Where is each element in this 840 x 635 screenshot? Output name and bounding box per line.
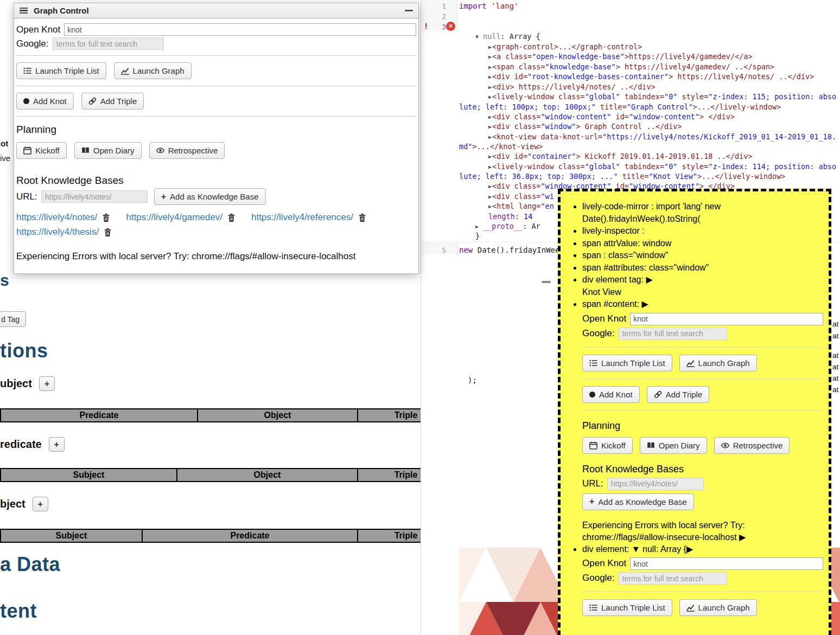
url-label: URL: (16, 191, 37, 202)
trash-icon[interactable] (359, 214, 366, 222)
add-tag-button[interactable]: d Tag (0, 311, 26, 327)
add-triple-button[interactable]: Add Triple (647, 386, 710, 403)
chart-icon (686, 604, 695, 612)
clipped-heading-fragment: s (0, 271, 9, 290)
chart-icon (686, 359, 695, 367)
subject-object-table: Subject Object Triple (0, 468, 455, 482)
add-knowledge-base-button[interactable]: + Add as Knowledge Base (154, 188, 266, 205)
clipped-heading-content: tent (0, 600, 37, 623)
circle-icon (589, 392, 595, 397)
launch-triple-list-button[interactable]: Launch Triple List (582, 599, 672, 616)
launch-graph-button[interactable]: Launch Graph (679, 355, 757, 371)
code-close-paren[interactable]: ); (468, 375, 477, 386)
inspector-tree-line[interactable]: ▶<div id="container"> Kickoff 2019.01.14… (421, 151, 840, 162)
probe-item-div-tag[interactable]: div element tag: ▶ Knot View (582, 274, 823, 298)
divider (16, 116, 416, 117)
kb-url-input[interactable] (607, 478, 704, 490)
probe-item-div-element[interactable]: div element: ▼ null: Array {▶ Open Knot … (582, 543, 823, 617)
trash-icon[interactable] (228, 214, 235, 222)
inspector-tree-line[interactable]: ▼ null: Array { (421, 31, 840, 42)
clipped-text-fragment: at (832, 386, 838, 394)
link-icon (654, 390, 662, 399)
window-title: Graph Control (34, 6, 405, 15)
object-heading: bject (0, 498, 26, 510)
clipped-text-fragment: at (832, 351, 838, 360)
google-search-input[interactable] (53, 37, 164, 50)
kb-link-notes[interactable]: https://lively4/notes/ (16, 212, 97, 223)
inspector-tree-line[interactable]: ▶<div class="window-content" id="window-… (421, 112, 840, 122)
clipped-heading-metadata: a Data (0, 553, 60, 576)
code-line-1[interactable]: import 'lang' (459, 1, 519, 11)
kb-link-gamedev[interactable]: https://lively4/gamedev/ (126, 212, 222, 223)
kickoff-button[interactable]: Kickoff (16, 142, 67, 159)
open-knot-input[interactable] (64, 23, 416, 36)
window-titlebar[interactable]: Graph Control (14, 3, 418, 18)
add-predicate-button[interactable]: + (49, 437, 65, 452)
inspector-tree-line[interactable]: ▶<div id="root-knowledge-bases-container… (421, 72, 840, 82)
launch-triple-list-button[interactable]: Launch Triple List (16, 62, 106, 79)
open-diary-button[interactable]: Open Diary (74, 142, 142, 159)
predicate-heading: redicate (0, 438, 42, 451)
planning-heading: Planning (582, 420, 823, 432)
inspector-tree-line[interactable]: ▶<graph-control>...</graph-control> (421, 42, 840, 52)
line-number: 2 (421, 11, 446, 22)
probe-item-code-mirror: lively-code-mirror : import 'lang' new D… (582, 201, 823, 225)
add-knot-button[interactable]: Add Knot (582, 386, 640, 403)
retrospective-button[interactable]: Retrospective (714, 437, 790, 454)
error-gutter-mark: ! (424, 22, 428, 30)
kickoff-button[interactable]: Kickoff (582, 437, 633, 454)
open-knot-input[interactable] (630, 557, 823, 570)
kb-url-input[interactable] (41, 190, 148, 203)
add-object-button[interactable]: + (33, 497, 48, 511)
knowledge-base-link-item: https://lively4/notes/ (16, 212, 110, 223)
open-knot-input[interactable] (630, 313, 823, 325)
add-triple-button[interactable]: Add Triple (81, 93, 144, 110)
probe-overlay: lively-code-mirror : import 'lang' new D… (558, 189, 831, 635)
inspector-tree-line[interactable]: ▶<a class="open-knowledge-base">https://… (421, 52, 840, 62)
graph-control-window: Graph Control Open Knot Google: Launch T… (14, 3, 419, 274)
launch-triple-list-button[interactable]: Launch Triple List (582, 355, 672, 371)
object-section-row: bject + (0, 497, 48, 511)
clipped-text-fragment: ive (0, 153, 10, 163)
list-icon (589, 604, 597, 612)
eye-icon (721, 441, 729, 450)
knowledge-base-link-item: https://lively4/references/ (251, 212, 366, 223)
list-icon (23, 67, 31, 75)
kb-link-references[interactable]: https://lively4/references/ (251, 212, 353, 223)
inspector-tree-line[interactable]: ▶<lively-window class="global" tabindex=… (421, 92, 840, 112)
google-search-input[interactable] (619, 328, 727, 340)
google-search-input[interactable] (619, 572, 727, 585)
trash-icon[interactable] (104, 228, 111, 236)
open-diary-button[interactable]: Open Diary (640, 437, 707, 454)
launch-graph-button[interactable]: Launch Graph (114, 62, 192, 79)
inspector-tree-line[interactable]: ▶<lively-window class="global" tabindex=… (421, 162, 840, 182)
trash-icon[interactable] (103, 214, 110, 222)
inspector-tree-line[interactable]: ▶<div class="window"> Graph Control ..</… (421, 121, 840, 132)
kb-link-thesis[interactable]: https://lively4/thesis/ (16, 227, 99, 238)
add-knowledge-base-button[interactable]: + Add as Knowledge Base (582, 493, 694, 510)
inspector-tree-line[interactable]: ▶<div> https://lively4/notes/ ..</div> (421, 82, 840, 92)
divider (582, 410, 823, 410)
probe-item-div-tag-value: Knot View (582, 286, 823, 299)
embedded-minimize-button[interactable] (542, 281, 551, 283)
clipped-text-fragment: at (832, 363, 838, 371)
open-knot-label: Open Knot (16, 24, 60, 35)
inspector-tree-line[interactable]: ▶<knot-view data-knot-url="https://livel… (421, 132, 840, 152)
retrospective-button[interactable]: Retrospective (149, 142, 225, 159)
url-label: URL: (582, 478, 603, 490)
planning-heading: Planning (16, 124, 416, 136)
launch-graph-button[interactable]: Launch Graph (679, 599, 757, 616)
divider (16, 86, 416, 86)
table-header-cell: Object (198, 409, 358, 422)
embedded-graph-control-widget-2: Open Knot Google: Launch Triple List (582, 557, 823, 616)
open-knot-label: Open Knot (582, 313, 626, 325)
inspector-tree-line[interactable]: ▶<span class="knowledge-base"> https://l… (421, 62, 840, 72)
predicate-section-row: redicate + (0, 437, 65, 452)
calendar-icon (589, 441, 597, 450)
window-menu-icon[interactable] (20, 8, 28, 14)
add-subject-button[interactable]: + (39, 376, 55, 391)
probe-item-span-content[interactable]: span #content: ▶ Open Knot Google: (582, 298, 823, 543)
divider (16, 55, 416, 56)
add-knot-button[interactable]: Add Knot (16, 93, 74, 110)
window-minimize-button[interactable] (405, 10, 413, 11)
